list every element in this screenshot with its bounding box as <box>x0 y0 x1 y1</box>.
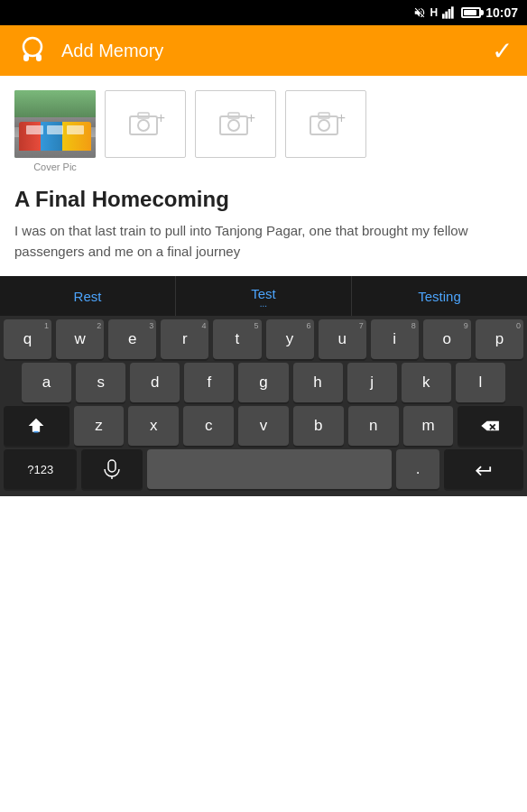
svg-rect-16 <box>34 431 39 433</box>
key-i[interactable]: 8i <box>371 319 419 359</box>
key-y[interactable]: 6y <box>266 319 314 359</box>
cover-pic-label: Cover Pic <box>33 161 77 172</box>
key-c[interactable]: c <box>183 406 234 446</box>
svg-rect-17 <box>108 460 116 472</box>
header-left: Add Memory <box>14 32 163 69</box>
autocomplete-bar: Rest Test ... Testing <box>0 276 527 316</box>
key-t[interactable]: 5t <box>213 319 261 359</box>
battery-icon <box>461 7 481 18</box>
mute-icon <box>413 6 426 19</box>
key-d[interactable]: d <box>130 363 180 402</box>
key-enter[interactable] <box>444 449 523 489</box>
app-header: Add Memory ✓ <box>0 25 527 76</box>
svg-rect-0 <box>442 14 445 18</box>
svg-point-14 <box>319 120 329 131</box>
key-m[interactable]: m <box>403 406 454 446</box>
key-j[interactable]: j <box>347 363 397 402</box>
autocomplete-test[interactable]: Test ... <box>176 276 352 316</box>
memory-title: A Final Homecoming <box>14 187 513 212</box>
network-type-icon: H <box>430 6 439 19</box>
photo-slot-2[interactable]: + <box>195 90 276 158</box>
status-bar: H 10:07 <box>0 0 527 25</box>
svg-point-11 <box>228 120 239 131</box>
svg-rect-3 <box>451 6 454 18</box>
cover-pic-container: Cover Pic <box>14 90 96 172</box>
key-shift[interactable] <box>4 406 69 446</box>
shift-icon <box>27 417 45 435</box>
camera-icon-2 <box>219 112 248 135</box>
autocomplete-testing[interactable]: Testing <box>352 276 527 316</box>
key-k[interactable]: k <box>402 363 451 402</box>
signal-icon <box>442 6 457 19</box>
photo-slot-1[interactable]: + <box>105 90 186 158</box>
key-n[interactable]: n <box>348 406 399 446</box>
key-h[interactable]: h <box>293 363 343 402</box>
confirm-button[interactable]: ✓ <box>492 36 513 66</box>
key-z[interactable]: z <box>74 406 125 446</box>
cover-pic-image[interactable] <box>14 90 96 158</box>
key-g[interactable]: g <box>238 363 288 402</box>
key-x[interactable]: x <box>128 406 179 446</box>
enter-icon <box>474 461 494 477</box>
key-s[interactable]: s <box>76 363 125 402</box>
photo-row: Cover Pic + + <box>14 90 513 172</box>
keyboard-bottom-row: ?123 . <box>0 446 527 496</box>
memory-description: I was on that last train to pull into Ta… <box>14 221 513 262</box>
key-w[interactable]: 2w <box>56 319 104 359</box>
key-l[interactable]: l <box>456 363 505 402</box>
camera-icon-3 <box>310 112 338 135</box>
key-space[interactable] <box>147 449 392 489</box>
key-o[interactable]: 9o <box>423 319 471 359</box>
key-num-sym[interactable]: ?123 <box>4 449 77 489</box>
svg-rect-1 <box>446 12 448 19</box>
key-r[interactable]: 4r <box>161 319 208 359</box>
mic-icon <box>104 459 120 479</box>
backspace-icon <box>481 419 501 433</box>
keyboard-row-3: z x c v b n m <box>0 402 527 446</box>
key-u[interactable]: 7u <box>319 319 366 359</box>
svg-rect-6 <box>36 54 42 61</box>
key-e[interactable]: 3e <box>108 319 156 359</box>
keyboard-row-2: a s d f g h j k l <box>0 359 527 402</box>
autocomplete-rest[interactable]: Rest <box>0 276 176 316</box>
key-p[interactable]: 0p <box>476 319 523 359</box>
key-v[interactable]: v <box>238 406 289 446</box>
svg-rect-2 <box>448 9 451 19</box>
key-period[interactable]: . <box>396 449 439 489</box>
camera-icon-1 <box>129 112 158 135</box>
photo-slot-3[interactable]: + <box>285 90 366 158</box>
status-icons: H 10:07 <box>413 5 518 20</box>
key-b[interactable]: b <box>293 406 344 446</box>
key-backspace[interactable] <box>458 406 523 446</box>
app-logo-icon <box>14 32 51 69</box>
status-time: 10:07 <box>485 5 518 20</box>
header-title: Add Memory <box>61 41 163 61</box>
content-area: Cover Pic + + <box>0 76 527 276</box>
key-f[interactable]: f <box>184 363 234 402</box>
svg-rect-5 <box>23 54 29 61</box>
key-mic[interactable] <box>81 449 143 489</box>
key-q[interactable]: 1q <box>4 319 51 359</box>
key-a[interactable]: a <box>22 363 71 402</box>
keyboard: 1q 2w 3e 4r 5t 6y 7u 8i 9o 0p a s d f g … <box>0 316 527 496</box>
svg-point-4 <box>23 38 42 56</box>
keyboard-row-1: 1q 2w 3e 4r 5t 6y 7u 8i 9o 0p <box>0 316 527 359</box>
svg-point-8 <box>138 120 149 131</box>
